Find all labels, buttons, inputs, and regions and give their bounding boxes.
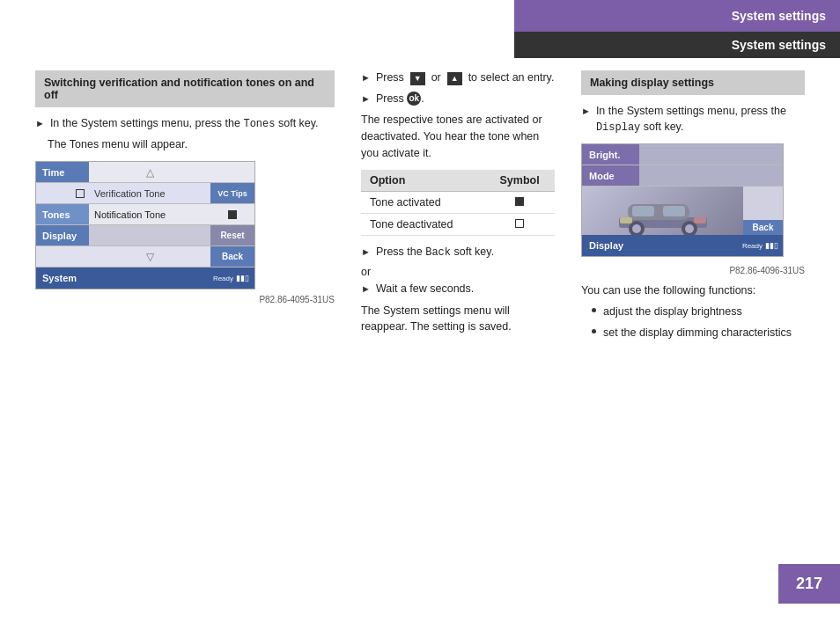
display-center <box>89 225 210 245</box>
back-btn-right[interactable]: Back <box>743 220 783 235</box>
display-status: Ready ▮▮▯ <box>734 235 783 256</box>
middle-step-4: ► Wait a few seconds. <box>361 282 555 297</box>
right-section-heading: Making display settings <box>581 70 805 95</box>
tones-code: Tones <box>243 118 275 130</box>
header-sub-label: System settings <box>514 32 840 58</box>
device-row-time: Time △ <box>36 162 254 183</box>
col-symbol-header: Symbol <box>484 170 555 192</box>
left-bullet-1: ► In the System settings menu, press the… <box>35 116 335 132</box>
function-2-text: set the display dimming characteristics <box>603 326 792 341</box>
header-top-label: System settings <box>514 0 840 32</box>
col-option-header: Option <box>361 170 484 192</box>
reset-btn[interactable]: Reset <box>210 225 254 245</box>
table-row-activated: Tone activated <box>361 192 555 214</box>
svg-rect-7 <box>663 206 685 216</box>
function-1-text: adjust the display brightness <box>603 304 742 320</box>
dsr-row-mode: Mode <box>582 165 783 187</box>
back-btn-left[interactable]: Back <box>210 246 254 267</box>
time-arrow: △ <box>89 162 210 182</box>
header-banner: System settings System settings <box>514 0 840 58</box>
table-row-deactivated: Tone deactivated <box>361 214 555 236</box>
car-svg <box>615 187 711 235</box>
left-bullet-2: The Tones menu will appear. <box>48 137 335 153</box>
verification-label: Verification Tone <box>89 183 210 203</box>
step2-text: Press ok. <box>376 92 424 107</box>
device-row-display: Display Reset <box>36 225 254 246</box>
dsr-row-bright: Bright. <box>582 144 783 165</box>
svg-point-3 <box>632 224 641 233</box>
notification-checkbox <box>228 210 237 219</box>
bullet-arrow-m3: ► <box>361 245 371 259</box>
right-bullet-1-text: In the System settings menu, press the D… <box>596 104 805 135</box>
symbol-activated <box>484 192 555 214</box>
step3-text: Press the Back soft key. <box>376 245 494 260</box>
time-label: Time <box>36 162 89 182</box>
bullet-arrow-m1: ► <box>361 71 371 84</box>
device-row-arrow: ▽ Back <box>36 246 254 267</box>
device-row-verification: Verification Tone VC Tips <box>36 183 254 204</box>
display-label-right: Display <box>582 235 639 256</box>
middle-column: ► Press ▼ or ▲ to select an entry. ► Pre… <box>361 70 555 560</box>
middle-step-1: ► Press ▼ or ▲ to select an entry. <box>361 70 555 86</box>
middle-para-1: The respective tones are activated or de… <box>361 112 555 161</box>
functions-intro: You can use the following functions: <box>581 282 805 299</box>
device-screen-right: Bright. Mode <box>581 143 784 257</box>
vc-tips-btn[interactable]: VC Tips <box>210 183 254 203</box>
bullet-arrow-1: ► <box>35 117 45 130</box>
middle-step-3: ► Press the Back soft key. <box>361 245 555 260</box>
device-caption-left: P82.86-4095-31US <box>35 295 335 304</box>
display-label-left: Display <box>36 225 89 245</box>
down-arrow-center: ▽ <box>89 246 210 267</box>
device-row-system: System Ready ▮▮▯ <box>36 267 254 289</box>
bullet-dot-2 <box>592 329 596 333</box>
system-label: System <box>36 267 89 289</box>
mode-label: Mode <box>582 165 639 186</box>
function-2: set the display dimming characteristics <box>581 326 805 341</box>
step4-text: Wait a few seconds. <box>376 282 474 297</box>
symbol-deactivated <box>484 214 555 236</box>
step1-text: Press ▼ or ▲ to select an entry. <box>376 70 554 86</box>
back-code: Back <box>425 246 451 259</box>
middle-para-2: The System settings menu will reappear. … <box>361 303 555 336</box>
left-column: Switching verification and notification … <box>35 70 335 560</box>
middle-step-2: ► Press ok. <box>361 92 555 107</box>
car-image <box>582 187 743 235</box>
notification-label: Notification Tone <box>89 204 210 224</box>
option-deactivated: Tone deactivated <box>361 214 484 236</box>
main-content: Switching verification and notification … <box>35 70 805 560</box>
function-1: adjust the display brightness <box>581 304 805 320</box>
bullet-arrow-r1: ► <box>581 105 591 118</box>
tones-label: Tones <box>36 204 89 224</box>
system-status: Ready ▮▮▯ <box>208 267 254 289</box>
ok-icon: ok <box>407 92 421 106</box>
down-nav-arrow: ▼ <box>410 72 425 85</box>
bullet-dot-1 <box>592 308 596 312</box>
page-number: 217 <box>778 564 840 604</box>
svg-point-5 <box>685 224 694 233</box>
svg-rect-8 <box>620 217 632 223</box>
right-bullet-1: ► In the System settings menu, press the… <box>581 104 805 135</box>
option-table: Option Symbol Tone activated Tone deacti… <box>361 170 555 236</box>
display-code: Display <box>596 121 640 134</box>
bullet-arrow-m2: ► <box>361 92 371 106</box>
bright-label: Bright. <box>582 144 639 165</box>
or-separator: or <box>361 266 555 278</box>
up-nav-arrow: ▲ <box>447 72 462 85</box>
device-caption-right: P82.86-4096-31US <box>581 266 805 275</box>
device-row-tones: Tones Notification Tone <box>36 204 254 225</box>
left-section-heading: Switching verification and notification … <box>35 70 335 107</box>
right-column: Making display settings ► In the System … <box>581 70 805 560</box>
svg-rect-9 <box>694 217 706 223</box>
verification-checkbox <box>76 189 85 198</box>
dsr-row-car: Back <box>582 187 783 235</box>
svg-rect-6 <box>632 206 654 216</box>
option-activated: Tone activated <box>361 192 484 214</box>
left-bullet-1-text: In the System settings menu, press the T… <box>50 116 319 132</box>
bullet-arrow-m4: ► <box>361 282 371 296</box>
dsr-row-display: Display Ready ▮▮▯ <box>582 235 783 256</box>
device-screen-left: Time △ Verification Tone VC Tips Tones N… <box>35 161 255 289</box>
